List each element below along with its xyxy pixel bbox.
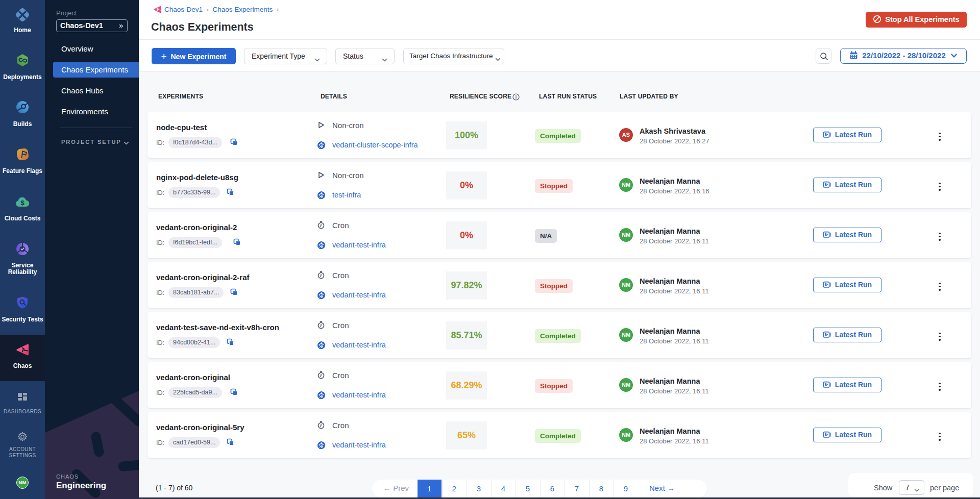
svg-text:$: $ — [20, 199, 24, 207]
